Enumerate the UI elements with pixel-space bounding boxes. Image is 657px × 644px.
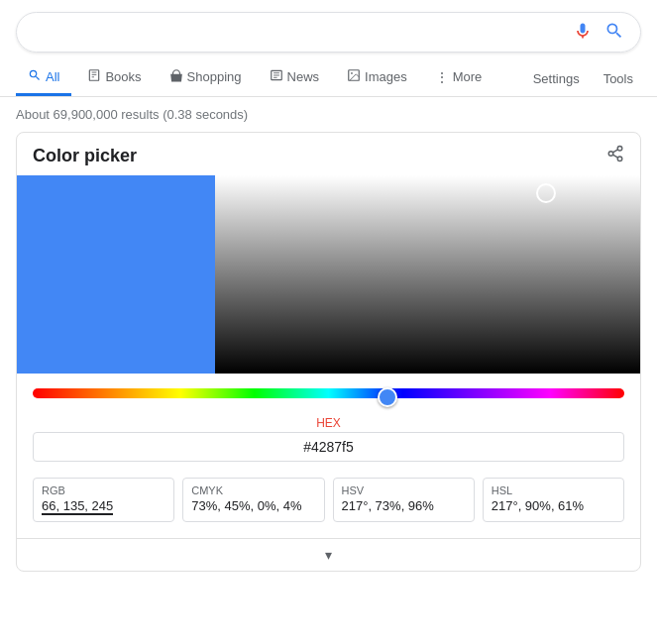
hue-slider-section xyxy=(17,374,640,412)
nav-tabs: All Books Shopping News Images ⋮ More Se… xyxy=(0,53,657,97)
tab-images-label: Images xyxy=(365,69,407,84)
rgb-value: 66, 135, 245 xyxy=(42,498,165,515)
tab-all[interactable]: All xyxy=(16,60,71,96)
svg-point-12 xyxy=(617,157,622,161)
gradient-area[interactable] xyxy=(215,175,640,374)
hex-input[interactable]: #4287f5 xyxy=(33,432,624,462)
color-values-grid: RGB 66, 135, 245 CMYK 73%, 45%, 0%, 4% H… xyxy=(17,470,640,538)
tab-shopping[interactable]: Shopping xyxy=(158,60,254,96)
svg-point-11 xyxy=(608,152,613,157)
nav-right: Settings Tools xyxy=(525,63,641,94)
hex-section: HEX #4287f5 xyxy=(17,412,640,470)
expand-row[interactable]: ▾ xyxy=(17,538,640,571)
tab-more-label: More xyxy=(453,69,483,84)
microphone-icon[interactable] xyxy=(573,21,593,44)
hsl-label: HSL xyxy=(492,484,615,496)
svg-line-14 xyxy=(612,150,617,153)
hsv-value: 217°, 73%, 96% xyxy=(342,498,466,513)
rgb-value-text: 66, 135, 245 xyxy=(42,498,113,515)
more-tab-icon: ⋮ xyxy=(435,69,449,85)
search-bar: color picker xyxy=(16,12,641,53)
all-tab-icon xyxy=(28,68,42,85)
images-tab-icon xyxy=(347,68,361,85)
tools-link[interactable]: Tools xyxy=(596,63,641,94)
share-icon[interactable] xyxy=(606,145,624,167)
news-tab-icon xyxy=(270,68,283,85)
search-bar-wrapper: color picker xyxy=(0,0,657,53)
tab-books[interactable]: Books xyxy=(75,60,153,96)
rgb-label: RGB xyxy=(42,484,165,496)
card-title: Color picker xyxy=(33,146,137,166)
tab-news[interactable]: News xyxy=(258,60,332,96)
tab-images[interactable]: Images xyxy=(335,60,419,96)
tab-news-label: News xyxy=(287,69,320,84)
cmyk-value: 73%, 45%, 0%, 4% xyxy=(191,498,315,513)
shopping-tab-icon xyxy=(169,68,183,85)
color-picker-area[interactable] xyxy=(17,175,640,374)
svg-point-9 xyxy=(351,72,353,74)
expand-chevron-icon: ▾ xyxy=(325,547,332,563)
search-submit-icon[interactable] xyxy=(604,21,624,44)
hue-thumb[interactable] xyxy=(378,387,397,407)
hsl-box[interactable]: HSL 217°, 90%, 61% xyxy=(483,478,624,522)
search-icons xyxy=(573,21,624,44)
books-tab-icon xyxy=(87,68,101,85)
svg-line-13 xyxy=(612,155,617,158)
solid-color-preview xyxy=(17,175,215,374)
hsv-box[interactable]: HSV 217°, 73%, 96% xyxy=(333,478,475,522)
hex-label: HEX xyxy=(33,416,624,430)
tab-shopping-label: Shopping xyxy=(187,69,242,84)
hsl-value: 217°, 90%, 61% xyxy=(492,498,615,513)
rgb-box[interactable]: RGB 66, 135, 245 xyxy=(33,478,174,522)
hue-slider-container[interactable] xyxy=(33,388,624,404)
tab-more[interactable]: ⋮ More xyxy=(423,61,494,96)
settings-link[interactable]: Settings xyxy=(525,63,588,94)
tab-books-label: Books xyxy=(105,69,141,84)
color-picker-card: Color picker HEX #4287f5 RGB 66, 135, 24… xyxy=(16,132,641,572)
svg-rect-0 xyxy=(90,70,99,81)
search-input[interactable]: color picker xyxy=(33,24,573,42)
cmyk-label: CMYK xyxy=(191,484,315,496)
results-info: About 69,900,000 results (0.38 seconds) xyxy=(0,97,657,132)
cmyk-box[interactable]: CMYK 73%, 45%, 0%, 4% xyxy=(182,478,324,522)
gradient-black-overlay xyxy=(215,175,640,374)
tab-all-label: All xyxy=(46,69,59,84)
svg-point-10 xyxy=(617,147,622,152)
card-header: Color picker xyxy=(17,133,640,175)
hue-track xyxy=(33,388,624,398)
hsv-label: HSV xyxy=(342,484,466,496)
